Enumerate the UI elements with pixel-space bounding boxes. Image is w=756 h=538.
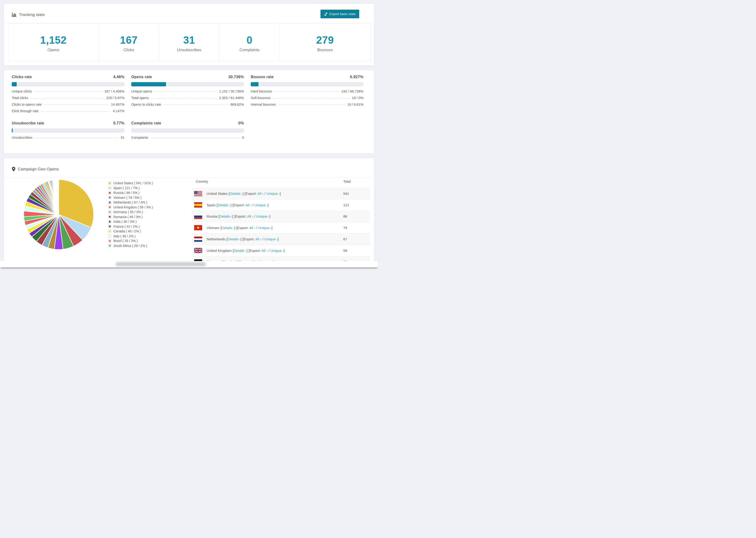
rate-value: 0.77% xyxy=(113,121,125,125)
legend-item[interactable]: India ( 46 / 3% ) xyxy=(108,219,153,224)
legend-swatch xyxy=(108,196,111,199)
legend-item[interactable]: Germany ( 55 / 3% ) xyxy=(108,210,153,215)
flag-icon-ru xyxy=(194,214,202,219)
legend-label: Netherlands ( 67 / 4% ) xyxy=(113,200,147,204)
flag-icon-vn xyxy=(194,225,202,230)
legend-item[interactable]: Vietnam ( 79 / 5% ) xyxy=(108,195,153,200)
details-link[interactable]: Details › xyxy=(219,214,232,218)
rate-detail-row: Soft bounces18 / 0% xyxy=(251,96,363,103)
rate-title: Complaints rate xyxy=(131,121,161,125)
detail-label: Hard bounces xyxy=(251,89,272,93)
legend-item[interactable]: Russia ( 86 / 5% ) xyxy=(108,190,153,195)
detail-value: 31 xyxy=(121,136,125,139)
legend-label: South Africa ( 29 / 2% ) xyxy=(113,244,147,248)
rate-progress-bar xyxy=(131,82,244,86)
detail-label: Soft bounces xyxy=(251,96,271,100)
export-basic-stats-button[interactable]: Export basic stats xyxy=(320,10,359,18)
dotted-leader xyxy=(278,105,345,105)
rate-detail-row: Complaints0 xyxy=(131,136,244,142)
legend-item[interactable]: Spain ( 121 / 7% ) xyxy=(108,186,153,190)
detail-label: Complaints xyxy=(131,136,148,139)
rate-block-clicks-rate: Clicks rate4.46%Unique clicks167 / 4.456… xyxy=(12,75,125,116)
legend-swatch xyxy=(108,215,111,218)
legend-swatch xyxy=(108,230,111,233)
export-all-link[interactable]: All › xyxy=(245,203,251,207)
legend-label: Vietnam ( 79 / 5% ) xyxy=(113,196,141,199)
rate-title: Unsubscribe rate xyxy=(12,121,44,125)
dotted-leader xyxy=(151,98,217,98)
stat-box-opens: 1,152Opens xyxy=(8,24,99,61)
legend-swatch xyxy=(108,244,111,247)
dotted-leader xyxy=(34,138,119,138)
rate-block-bounce-rate: Bounce rate6.927%Hard bounces242 / 86.73… xyxy=(251,75,363,116)
detail-label: Clicks to opens rate xyxy=(12,103,41,106)
geo-opens-pie-chart xyxy=(23,179,95,250)
stat-box-bounces: 279Bounces xyxy=(280,24,370,61)
legend-item[interactable]: Brazil ( 33 / 2% ) xyxy=(108,239,153,243)
rate-detail-row: Unsubscribes31 xyxy=(12,136,125,142)
rate-block-complaints-rate: Complaints rate0%Complaints0 xyxy=(131,121,244,142)
stat-value: 31 xyxy=(183,34,195,46)
rate-progress-fill xyxy=(12,82,17,86)
export-all-link[interactable]: All › xyxy=(247,214,253,218)
legend-item[interactable]: France ( 42 / 2% ) xyxy=(108,224,153,229)
legend-label: Italy ( 36 / 2% ) xyxy=(113,234,135,238)
rate-detail-row: Unique opens1,152 / 30.736% xyxy=(131,89,244,96)
rate-detail-row: Total clicks220 / 5.87% xyxy=(12,96,125,103)
rate-block-unsubscribe-rate: Unsubscribe rate0.77%Unsubscribes31 xyxy=(12,121,125,142)
tracking-stats-title: Tracking stats xyxy=(12,12,45,17)
legend-item[interactable]: Netherlands ( 67 / 4% ) xyxy=(108,200,153,205)
export-all-link[interactable]: All › xyxy=(255,237,261,241)
export-unique-link[interactable]: Unique › xyxy=(266,191,280,195)
rate-detail-row: Unique clicks167 / 4.456% xyxy=(12,89,125,96)
rate-progress-bar xyxy=(12,129,125,133)
export-unique-link[interactable]: Unique › xyxy=(256,214,270,218)
table-row-ru: Russia [Details ›] [Export: All › / Uniq… xyxy=(192,211,370,222)
stat-box-clicks: 167Clicks xyxy=(99,24,159,61)
rate-progress-bar xyxy=(131,129,244,133)
details-link[interactable]: Details › xyxy=(221,226,234,230)
rate-progress-fill xyxy=(251,82,258,86)
rate-detail-row: Opens to clicks rate689.82% xyxy=(131,103,244,109)
legend-item[interactable]: United Kingdom ( 59 / 3% ) xyxy=(108,205,153,210)
export-icon xyxy=(324,12,328,16)
dotted-leader xyxy=(154,91,217,92)
legend-swatch xyxy=(108,187,111,189)
legend-item[interactable]: United States ( 541 / 31% ) xyxy=(108,181,153,186)
export-unique-link[interactable]: Unique › xyxy=(258,226,272,230)
table-row-nl: Netherlands [Details ›] [Export: All › /… xyxy=(192,233,370,245)
details-link[interactable]: Details › xyxy=(228,237,241,241)
legend-swatch xyxy=(108,225,111,228)
table-row-us: United States [Details ›] [Export: All ›… xyxy=(192,188,370,199)
dotted-leader xyxy=(41,111,111,112)
legend-item[interactable]: Italy ( 36 / 2% ) xyxy=(108,234,153,239)
export-unique-link[interactable]: Unique › xyxy=(264,237,278,241)
stat-value: 279 xyxy=(316,34,334,46)
rate-progress-bar xyxy=(251,82,363,86)
export-unique-link[interactable]: Unique › xyxy=(270,248,284,252)
stat-box-complaints: 0Complaints xyxy=(220,24,280,61)
detail-label: Unique clicks xyxy=(12,89,32,93)
legend-swatch xyxy=(108,211,111,214)
details-link[interactable]: Details › xyxy=(230,191,243,195)
tracking-stats-card: Tracking stats Export basic stats 1,152O… xyxy=(4,4,374,66)
export-all-link[interactable]: All › xyxy=(261,248,267,252)
export-all-link[interactable]: All › xyxy=(249,226,255,230)
legend-item[interactable]: Romania ( 49 / 3% ) xyxy=(108,215,153,219)
detail-label: Unsubscribes xyxy=(12,136,32,139)
legend-item[interactable]: Canada ( 40 / 2% ) xyxy=(108,229,153,234)
details-link[interactable]: Details › xyxy=(218,203,231,207)
export-all-link[interactable]: All › xyxy=(257,191,264,195)
horizontal-scrollbar-thumb[interactable] xyxy=(116,262,206,266)
legend-swatch xyxy=(108,235,111,238)
rate-value: 6.927% xyxy=(350,75,363,79)
details-link[interactable]: Details › xyxy=(234,248,246,252)
country-cell: Vietnam [Details ›] [Export: All › / Uni… xyxy=(202,226,343,230)
rates-card: Clicks rate4.46%Unique clicks167 / 4.456… xyxy=(4,70,374,154)
bar-chart-icon xyxy=(12,12,17,17)
export-unique-link[interactable]: Unique › xyxy=(254,203,268,207)
legend-label: Brazil ( 33 / 2% ) xyxy=(113,239,137,243)
legend-item[interactable]: South Africa ( 29 / 2% ) xyxy=(108,243,153,248)
map-pin-icon xyxy=(12,167,16,172)
total-cell: 79 xyxy=(343,226,370,230)
